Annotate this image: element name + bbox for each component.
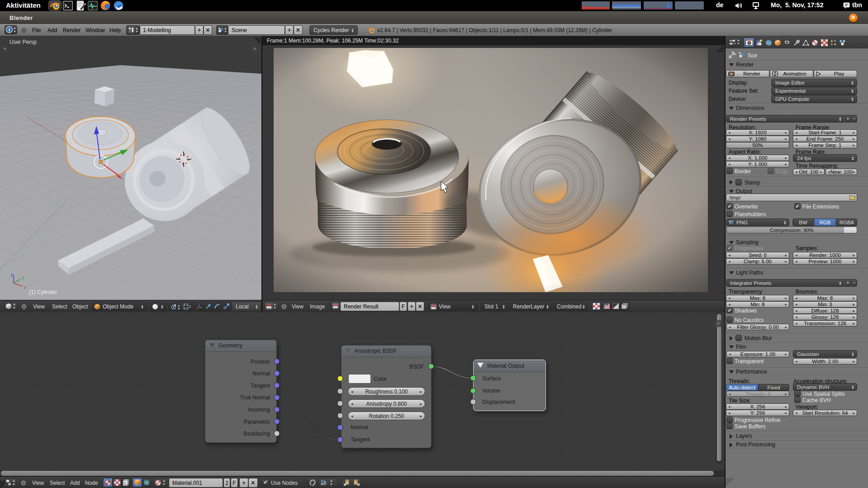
svg-text:x: x (24, 285, 26, 290)
svg-text:y: y (22, 275, 24, 280)
svg-text:i: i (9, 27, 10, 32)
svg-text:z: z (11, 272, 13, 277)
